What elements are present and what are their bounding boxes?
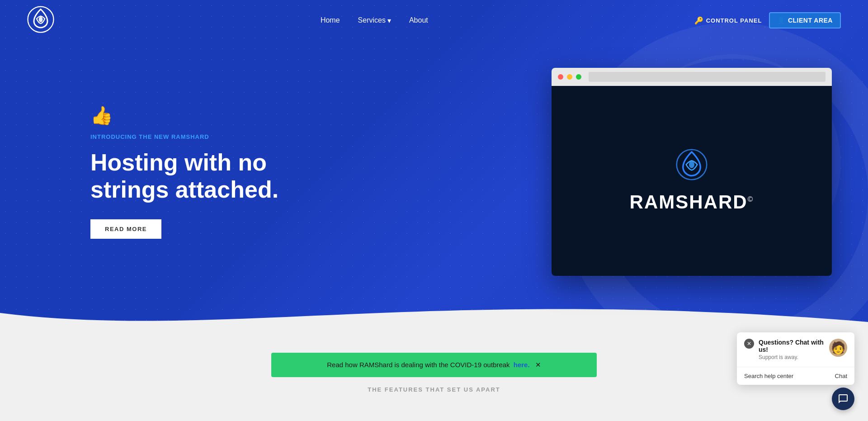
chat-avatar: 🧑 [829, 339, 847, 357]
covid-banner: Read how RAMShard is dealing with the CO… [271, 353, 597, 377]
chat-close-button[interactable]: ✕ [744, 339, 754, 349]
hero-section: 👍 INTRODUCING THE NEW RAMSHARD Hosting w… [0, 0, 868, 330]
navbar: Home Services ▾ About 🔑 CONTROL PANEL 👤 … [0, 0, 868, 41]
nav-actions: 🔑 CONTROL PANEL 👤 CLIENT AREA [694, 12, 841, 28]
svg-point-1 [39, 17, 43, 22]
browser-brand: RAMSHARD© [630, 191, 754, 213]
nav-about[interactable]: About [409, 16, 428, 24]
chat-widget: ✕ Questions? Chat with us! Support is aw… [737, 332, 854, 385]
hero-content: 👍 INTRODUCING THE NEW RAMSHARD Hosting w… [0, 41, 868, 330]
chat-actions: Search help center Chat [737, 367, 854, 385]
browser-screen: RAMSHARD© [552, 86, 832, 276]
browser-url-bar [589, 72, 826, 82]
browser-maximize-dot [576, 74, 581, 80]
covid-text: Read how RAMShard is dealing with the CO… [327, 361, 509, 369]
hero-subtitle: INTRODUCING THE NEW RAMSHARD [90, 133, 280, 140]
control-panel-button[interactable]: 🔑 CONTROL PANEL [694, 16, 762, 25]
covid-link[interactable]: here. [514, 361, 530, 369]
chat-header: ✕ Questions? Chat with us! Support is aw… [737, 332, 854, 367]
key-icon: 🔑 [694, 16, 703, 25]
nav-logo[interactable] [27, 6, 54, 35]
chat-info: Questions? Chat with us! Support is away… [759, 339, 825, 360]
features-label: THE FEATURES THAT SET US APART [0, 386, 868, 400]
nav-home[interactable]: Home [321, 16, 340, 24]
user-icon: 👤 [777, 17, 785, 24]
browser-minimize-dot [567, 74, 572, 80]
chat-button[interactable]: Chat [835, 373, 847, 379]
search-help-button[interactable]: Search help center [744, 373, 793, 379]
thumbs-up-icon: 👍 [90, 105, 280, 126]
client-area-button[interactable]: 👤 CLIENT AREA [769, 12, 841, 28]
nav-links: Home Services ▾ About [321, 16, 428, 25]
browser-bar [552, 68, 832, 86]
nav-services[interactable]: Services ▾ [358, 16, 391, 25]
browser-close-dot [558, 74, 563, 80]
svg-point-3 [689, 161, 694, 168]
browser-mockup: RAMSHARD© [552, 68, 832, 276]
chat-status: Support is away. [759, 354, 825, 360]
dropdown-arrow-icon: ▾ [387, 16, 391, 25]
hero-left: 👍 INTRODUCING THE NEW RAMSHARD Hosting w… [90, 105, 280, 239]
read-more-button[interactable]: READ MORE [90, 219, 161, 239]
hero-title: Hosting with no strings attached. [90, 149, 280, 203]
covid-close-button[interactable]: ✕ [535, 361, 541, 369]
chat-title: Questions? Chat with us! [759, 339, 825, 353]
